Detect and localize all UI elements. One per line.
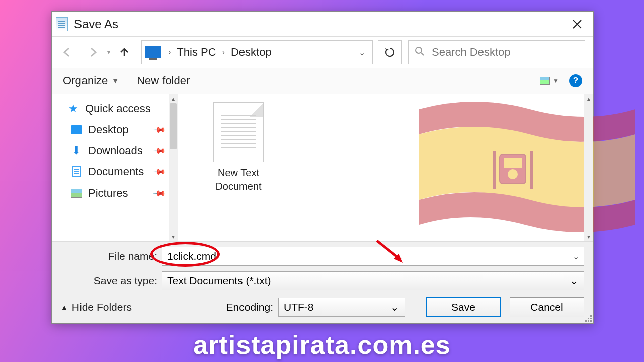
bottom-panel: File name: ⌄ Save as type: Text Document… bbox=[52, 241, 593, 323]
scroll-up-icon[interactable]: ▴ bbox=[169, 94, 178, 103]
file-item[interactable]: New Text Document bbox=[206, 102, 271, 193]
arrow-left-icon bbox=[61, 46, 73, 58]
svg-rect-1 bbox=[500, 154, 526, 184]
pictures-icon bbox=[71, 188, 82, 199]
view-icon bbox=[540, 77, 550, 85]
sidebar: ★ Quick access Desktop 📌 ⬇ Downloads 📌 D… bbox=[52, 94, 178, 241]
refresh-button[interactable] bbox=[378, 40, 402, 64]
titlebar: Save As bbox=[52, 12, 593, 37]
pin-icon: 📌 bbox=[152, 186, 167, 200]
breadcrumb-folder[interactable]: Desktop bbox=[229, 46, 274, 59]
save-type-row: Save as type: Text Documents (*.txt) ⌄ bbox=[61, 271, 584, 290]
scroll-thumb[interactable] bbox=[170, 103, 177, 149]
up-button[interactable] bbox=[112, 40, 136, 64]
chevron-down-icon: ▼ bbox=[112, 77, 119, 85]
notepad-icon bbox=[56, 17, 68, 31]
search-icon bbox=[415, 46, 425, 58]
help-icon: ? bbox=[573, 76, 578, 86]
view-button[interactable]: ▼ bbox=[540, 77, 559, 85]
file-scrollbar[interactable]: ▴ ▾ bbox=[584, 94, 593, 241]
content-area: ★ Quick access Desktop 📌 ⬇ Downloads 📌 D… bbox=[52, 94, 593, 241]
breadcrumb[interactable]: › This PC › Desktop ⌄ bbox=[141, 40, 373, 64]
pin-icon: 📌 bbox=[152, 144, 167, 158]
save-type-label: Save as type: bbox=[61, 275, 162, 287]
close-button[interactable] bbox=[565, 12, 589, 36]
sidebar-item-downloads[interactable]: ⬇ Downloads 📌 bbox=[52, 140, 178, 161]
download-icon: ⬇ bbox=[71, 145, 82, 156]
new-folder-button[interactable]: New folder bbox=[137, 74, 190, 87]
sidebar-item-documents[interactable]: Documents 📌 bbox=[52, 161, 178, 183]
chevron-up-icon: ▲ bbox=[61, 303, 68, 311]
arrow-right-icon bbox=[87, 46, 99, 58]
search-input[interactable] bbox=[432, 46, 579, 59]
help-button[interactable]: ? bbox=[569, 74, 582, 87]
file-pane[interactable]: New Text Document ▴ ▾ bbox=[178, 94, 593, 241]
hide-folders-button[interactable]: ▲ Hide Folders bbox=[61, 301, 132, 313]
watermark-text: artistapirata.com.es bbox=[0, 330, 644, 360]
desktop-icon bbox=[71, 124, 82, 135]
sidebar-item-pictures[interactable]: Pictures 📌 bbox=[52, 183, 178, 204]
chevron-down-icon: ▼ bbox=[553, 77, 559, 84]
search-box[interactable] bbox=[408, 40, 585, 64]
documents-icon bbox=[71, 166, 82, 177]
back-button[interactable] bbox=[55, 40, 79, 64]
chevron-down-icon[interactable]: ⌄ bbox=[352, 48, 372, 57]
scroll-down-icon[interactable]: ▾ bbox=[169, 232, 178, 241]
svg-rect-2 bbox=[504, 158, 522, 168]
text-file-icon bbox=[213, 102, 264, 162]
file-name-input[interactable] bbox=[162, 247, 584, 266]
spain-flag-overlay bbox=[414, 89, 640, 245]
cancel-button[interactable]: Cancel bbox=[510, 297, 584, 317]
chevron-down-icon: ⌄ bbox=[390, 301, 399, 313]
action-row: ▲ Hide Folders Encoding: UTF-8 ⌄ Save Ca… bbox=[61, 297, 584, 317]
file-name-label: New Text Document bbox=[206, 166, 271, 193]
svg-rect-5 bbox=[530, 151, 533, 189]
sidebar-scrollbar[interactable]: ▴ ▾ bbox=[169, 94, 178, 241]
encoding-select[interactable]: UTF-8 ⌄ bbox=[278, 298, 405, 317]
pin-icon: 📌 bbox=[152, 165, 167, 179]
svg-point-3 bbox=[508, 169, 518, 179]
chevron-down-icon: ⌄ bbox=[570, 275, 579, 287]
close-icon bbox=[572, 19, 582, 29]
resize-grip[interactable] bbox=[584, 314, 592, 322]
pc-icon bbox=[145, 46, 161, 58]
history-chevron-icon[interactable]: ▾ bbox=[107, 49, 110, 56]
save-button[interactable]: Save bbox=[426, 297, 501, 317]
chevron-right-icon: › bbox=[164, 48, 175, 57]
toolbar: Organize▼ New folder ▼ ? bbox=[52, 68, 593, 94]
pin-icon: 📌 bbox=[152, 123, 167, 137]
sidebar-quick-access[interactable]: ★ Quick access bbox=[52, 98, 178, 119]
organize-button[interactable]: Organize▼ bbox=[63, 74, 119, 87]
breadcrumb-root[interactable]: This PC bbox=[175, 46, 218, 59]
dialog-title: Save As bbox=[74, 17, 118, 31]
arrow-up-icon bbox=[118, 46, 130, 58]
forward-button[interactable] bbox=[81, 40, 105, 64]
save-type-select[interactable]: Text Documents (*.txt) ⌄ bbox=[162, 271, 584, 290]
scroll-down-icon[interactable]: ▾ bbox=[584, 232, 593, 241]
nav-row: ▾ › This PC › Desktop ⌄ bbox=[52, 37, 593, 68]
encoding-label: Encoding: bbox=[226, 301, 273, 313]
file-name-label: File name: bbox=[61, 250, 162, 262]
star-icon: ★ bbox=[68, 103, 79, 114]
save-as-dialog: Save As ▾ › This PC › Desktop ⌄ Organiz bbox=[51, 11, 594, 324]
scroll-up-icon[interactable]: ▴ bbox=[584, 94, 593, 103]
chevron-right-icon: › bbox=[218, 48, 229, 57]
svg-point-0 bbox=[416, 47, 422, 53]
refresh-icon bbox=[384, 47, 395, 58]
file-name-row: File name: ⌄ bbox=[61, 247, 584, 266]
sidebar-item-desktop[interactable]: Desktop 📌 bbox=[52, 119, 178, 140]
svg-rect-4 bbox=[493, 151, 496, 189]
